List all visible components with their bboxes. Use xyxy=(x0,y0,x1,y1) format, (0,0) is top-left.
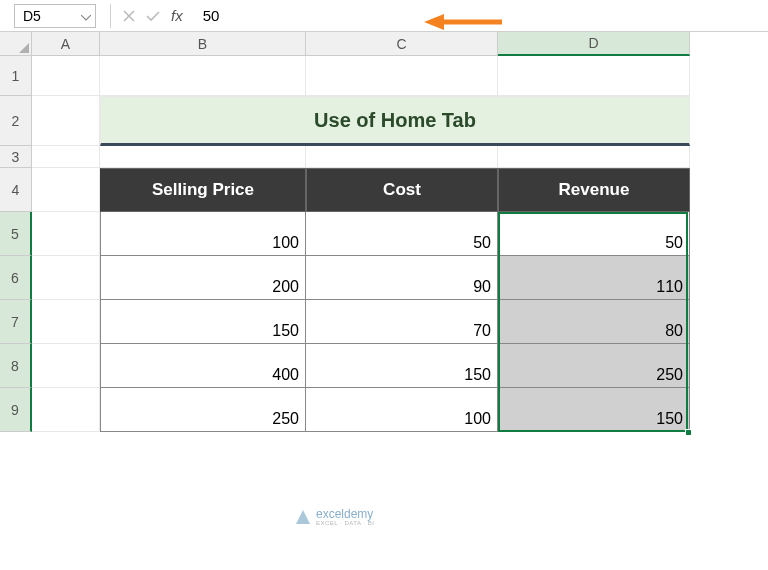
row-header-7[interactable]: 7 xyxy=(0,300,32,344)
cell-b9[interactable]: 250 xyxy=(100,388,306,432)
cell-c6[interactable]: 90 xyxy=(306,256,498,300)
name-box[interactable]: D5 xyxy=(14,4,96,28)
row-header-1[interactable]: 1 xyxy=(0,56,32,96)
title-banner[interactable]: Use of Home Tab xyxy=(100,96,690,146)
col-header-b[interactable]: B xyxy=(100,32,306,56)
formula-bar: D5 fx xyxy=(0,0,768,32)
cell-a5[interactable] xyxy=(32,212,100,256)
row-header-4[interactable]: 4 xyxy=(0,168,32,212)
col-header-a[interactable]: A xyxy=(32,32,100,56)
enter-icon[interactable] xyxy=(141,4,165,28)
cell-c3[interactable] xyxy=(306,146,498,168)
cell-d7[interactable]: 80 xyxy=(498,300,690,344)
cell-a4[interactable] xyxy=(32,168,100,212)
cell-d5[interactable]: 50 xyxy=(498,212,690,256)
chevron-down-icon[interactable] xyxy=(81,8,91,24)
cell-d3[interactable] xyxy=(498,146,690,168)
cell-a6[interactable] xyxy=(32,256,100,300)
cell-a3[interactable] xyxy=(32,146,100,168)
cell-c8[interactable]: 150 xyxy=(306,344,498,388)
row-header-5[interactable]: 5 xyxy=(0,212,32,256)
cell-a2[interactable] xyxy=(32,96,100,146)
cell-d1[interactable] xyxy=(498,56,690,96)
row-header-9[interactable]: 9 xyxy=(0,388,32,432)
fx-icon[interactable]: fx xyxy=(171,7,183,24)
fill-handle[interactable] xyxy=(685,429,692,436)
cell-c7[interactable]: 70 xyxy=(306,300,498,344)
separator xyxy=(110,4,111,28)
cell-b6[interactable]: 200 xyxy=(100,256,306,300)
column-headers: A B C D xyxy=(0,32,768,56)
row-header-3[interactable]: 3 xyxy=(0,146,32,168)
col-header-d[interactable]: D xyxy=(498,32,690,56)
cell-d9[interactable]: 150 xyxy=(498,388,690,432)
select-all-corner[interactable] xyxy=(0,32,32,56)
cell-a9[interactable] xyxy=(32,388,100,432)
cell-a7[interactable] xyxy=(32,300,100,344)
formula-input[interactable] xyxy=(189,4,768,28)
row-header-8[interactable]: 8 xyxy=(0,344,32,388)
col-header-c[interactable]: C xyxy=(306,32,498,56)
title-text: Use of Home Tab xyxy=(314,109,476,132)
cell-b5[interactable]: 100 xyxy=(100,212,306,256)
row-header-2[interactable]: 2 xyxy=(0,96,32,146)
cell-b3[interactable] xyxy=(100,146,306,168)
cells-area[interactable]: Use of Home Tab Selling Price Cost Reven… xyxy=(32,56,768,570)
row-headers: 1 2 3 4 5 6 7 8 9 xyxy=(0,56,32,432)
cancel-icon[interactable] xyxy=(117,4,141,28)
cell-c5[interactable]: 50 xyxy=(306,212,498,256)
name-box-value: D5 xyxy=(23,8,41,24)
cell-b8[interactable]: 400 xyxy=(100,344,306,388)
spreadsheet-grid: A B C D 1 2 3 4 5 6 7 8 9 xyxy=(0,32,768,570)
cell-a1[interactable] xyxy=(32,56,100,96)
cell-b1[interactable] xyxy=(100,56,306,96)
cell-c9[interactable]: 100 xyxy=(306,388,498,432)
cell-d8[interactable]: 250 xyxy=(498,344,690,388)
cell-b7[interactable]: 150 xyxy=(100,300,306,344)
header-cost[interactable]: Cost xyxy=(306,168,498,212)
cell-c1[interactable] xyxy=(306,56,498,96)
header-selling-price[interactable]: Selling Price xyxy=(100,168,306,212)
cell-d6[interactable]: 110 xyxy=(498,256,690,300)
header-revenue[interactable]: Revenue xyxy=(498,168,690,212)
cell-a8[interactable] xyxy=(32,344,100,388)
row-header-6[interactable]: 6 xyxy=(0,256,32,300)
